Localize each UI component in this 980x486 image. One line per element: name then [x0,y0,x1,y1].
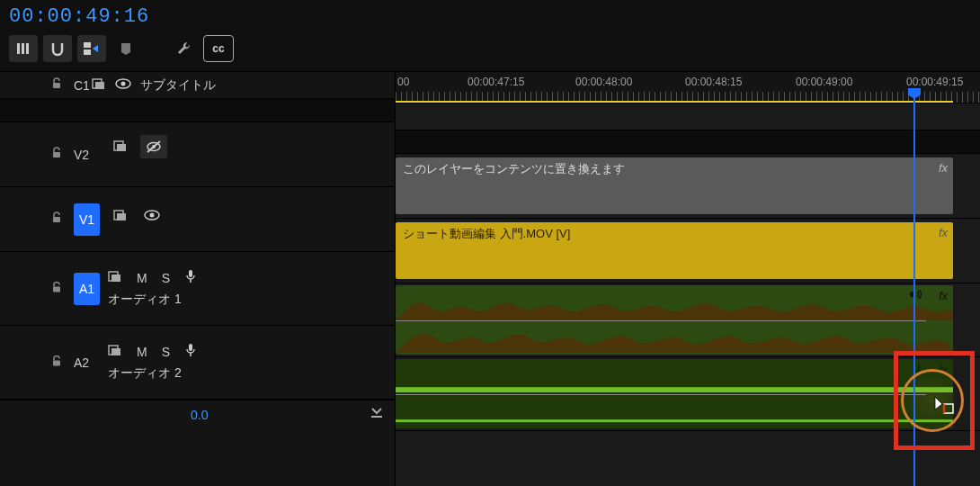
source-patch-icon[interactable] [113,140,128,155]
source-patch-icon[interactable] [113,209,128,224]
ruler-tick: 00:00:49:15 [906,76,963,88]
eye-off-icon[interactable] [140,135,167,158]
source-patch-icon[interactable] [92,77,106,93]
solo-button[interactable]: S [162,345,170,359]
waveform [396,361,953,394]
svg-rect-5 [53,83,60,88]
lock-icon[interactable] [50,212,63,227]
svg-rect-26 [53,360,60,365]
svg-rect-0 [17,43,20,54]
jump-icon[interactable] [370,406,384,423]
a2-track-row[interactable]: fx [396,357,980,431]
a1-track-row[interactable]: fx [396,284,980,357]
volume-value[interactable]: 0.0 [11,408,208,422]
track-headers-panel: C1 サブタイトル V2 [0,72,396,486]
clip-out-trim-handle[interactable] [926,289,935,351]
mic-icon[interactable] [184,343,197,360]
a2-track-name: オーディオ 2 [108,365,182,382]
audio-clip-a1[interactable]: fx [396,285,953,355]
track-header-footer: 0.0 [0,400,395,428]
a2-track-id: A2 [74,356,89,370]
eye-icon[interactable] [115,78,131,92]
svg-rect-28 [111,348,120,356]
graphics-clip[interactable]: このレイヤーをコンテンツに置き換えます fx [396,158,953,214]
lock-icon[interactable] [50,281,63,296]
eye-icon[interactable] [144,210,160,223]
timeline-toolbar: cc [0,32,980,72]
svg-point-9 [121,82,126,86]
svg-rect-33 [396,387,953,390]
svg-rect-24 [189,270,192,277]
v1-track-badge[interactable]: V1 [74,203,100,236]
v2-track-id: V2 [74,148,89,162]
svg-rect-18 [117,213,126,220]
insert-mode-icon[interactable] [9,35,38,62]
mute-button[interactable]: M [137,345,147,359]
a1-track-name: オーディオ 1 [108,292,182,308]
cc-icon[interactable]: cc [203,35,234,62]
v1-track-header[interactable]: V1 [0,187,395,252]
waveform [396,393,953,427]
snap-icon[interactable] [43,35,72,62]
timeline-area[interactable]: 00 00:00:47:15 00:00:48:00 00:00:48:15 0… [396,72,980,486]
clip-label: このレイヤーをコンテンツに置き換えます [403,162,625,176]
playhead-timecode[interactable]: 00:00:49:16 [0,0,980,32]
a1-track-badge[interactable]: A1 [74,273,100,305]
waveform [396,287,953,320]
svg-rect-7 [95,82,104,89]
svg-rect-34 [396,419,953,422]
lock-icon[interactable] [50,77,63,93]
svg-rect-29 [189,344,192,351]
clip-label: ショート動画編集 入門.MOV [V] [403,227,570,240]
ruler-tick: 00:00:47:15 [468,76,524,88]
ruler-tick: 00 [397,76,409,88]
time-ruler[interactable]: 00 00:00:47:15 00:00:48:00 00:00:48:15 0… [396,72,980,104]
svg-rect-1 [22,43,24,54]
ruler-tick: 00:00:48:00 [575,76,632,88]
source-patch-icon[interactable] [108,344,122,359]
a1-track-header[interactable]: A1 M S オーディオ 1 [0,252,395,326]
clip-out-trim-handle[interactable] [926,363,935,425]
marker-icon[interactable] [111,35,140,62]
caption-track-header[interactable]: C1 サブタイトル [0,72,395,99]
svg-rect-10 [53,152,60,158]
linked-selection-icon[interactable] [77,35,106,62]
v1-track-row[interactable]: ショート動画編集 入門.MOV [V] fx [396,219,980,284]
waveform [396,320,953,353]
svg-rect-31 [371,416,382,418]
a2-track-header[interactable]: A2 M S オーディオ 2 [0,326,395,400]
video-clip[interactable]: ショート動画編集 入門.MOV [V] fx [396,222,953,279]
ruler-tick: 00:00:49:00 [796,76,852,88]
solo-button[interactable]: S [162,271,170,285]
svg-point-20 [150,213,155,218]
v2-track-row[interactable]: このレイヤーをコンテンツに置き換えます fx [396,154,980,219]
svg-rect-21 [53,286,60,292]
cc-label: cc [212,42,224,55]
svg-rect-3 [84,42,91,48]
track-spacer [0,99,395,122]
svg-rect-23 [111,274,120,282]
lock-icon[interactable] [50,355,63,370]
svg-rect-16 [53,217,60,222]
svg-rect-4 [84,50,91,55]
source-patch-icon[interactable] [108,270,122,285]
track-spacer-row [396,130,980,154]
playhead[interactable] [913,90,915,486]
svg-rect-2 [26,43,29,54]
audio-clip-a2[interactable]: fx [396,359,953,428]
caption-track-row[interactable] [396,104,980,130]
mic-icon[interactable] [184,269,197,286]
ruler-tick: 00:00:48:15 [685,76,742,88]
fx-badge: fx [939,161,948,175]
wrench-icon[interactable] [169,35,198,62]
caption-track-id: C1 [74,78,90,93]
svg-rect-12 [117,144,126,151]
caption-track-name: サブタイトル [140,77,216,94]
mute-button[interactable]: M [137,271,147,285]
v2-track-header[interactable]: V2 [0,122,395,187]
fx-badge: fx [939,226,948,239]
lock-icon[interactable] [50,147,63,162]
